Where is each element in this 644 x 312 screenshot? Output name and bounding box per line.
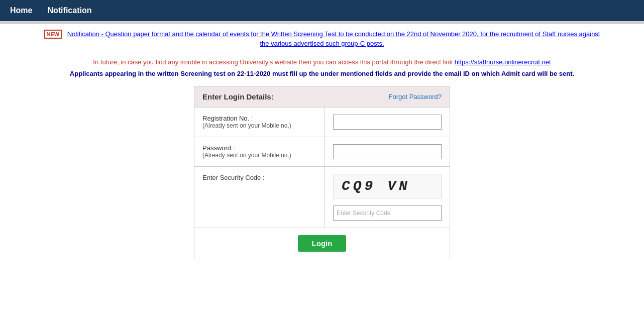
navbar: Home Notification <box>0 0 644 21</box>
security-input-cell: CQ9 VN <box>325 167 450 228</box>
login-form: Enter Login Details: Forgot Password? Re… <box>194 86 450 259</box>
password-sublabel: (Already sent on your Mobile no.) <box>202 152 316 159</box>
captcha-image: CQ9 VN <box>333 174 442 198</box>
password-row: Password : (Already sent on your Mobile … <box>194 137 450 167</box>
notification-link[interactable]: Notification - Question paper format and… <box>67 30 600 47</box>
registration-label: Registration No. : <box>202 115 316 122</box>
direct-link[interactable]: https://staffnurse.onlinerecruit.net <box>455 58 551 66</box>
security-code-row: Enter Security Code : CQ9 VN <box>194 167 450 228</box>
info-line2: Applicants appearing in the written Scre… <box>10 70 634 77</box>
notification-banner: NEW Notification - Question paper format… <box>0 24 644 53</box>
security-label-cell: Enter Security Code : <box>194 167 325 228</box>
registration-input[interactable] <box>333 115 442 130</box>
nav-home[interactable]: Home <box>10 6 32 15</box>
form-header: Enter Login Details: Forgot Password? <box>194 86 450 108</box>
new-badge: NEW <box>44 30 62 39</box>
security-code-input[interactable] <box>333 205 442 221</box>
nav-notification[interactable]: Notification <box>47 6 91 15</box>
info-section: In future, in case you find any trouble … <box>0 53 644 86</box>
password-label: Password : <box>202 144 316 152</box>
button-row: Login <box>194 228 450 259</box>
password-input-cell <box>325 137 450 166</box>
password-input[interactable] <box>333 144 442 159</box>
security-label: Enter Security Code : <box>202 174 316 181</box>
forgot-password-link[interactable]: Forgot Password? <box>389 93 442 100</box>
registration-row: Registration No. : (Already sent on your… <box>194 108 450 137</box>
info-line1: In future, in case you find any trouble … <box>10 58 634 66</box>
form-title: Enter Login Details: <box>202 92 274 101</box>
registration-input-cell <box>325 108 450 137</box>
registration-label-cell: Registration No. : (Already sent on your… <box>194 108 325 137</box>
registration-sublabel: (Already sent on your Mobile no.) <box>202 122 316 129</box>
login-button[interactable]: Login <box>298 235 347 252</box>
password-label-cell: Password : (Already sent on your Mobile … <box>194 137 325 166</box>
